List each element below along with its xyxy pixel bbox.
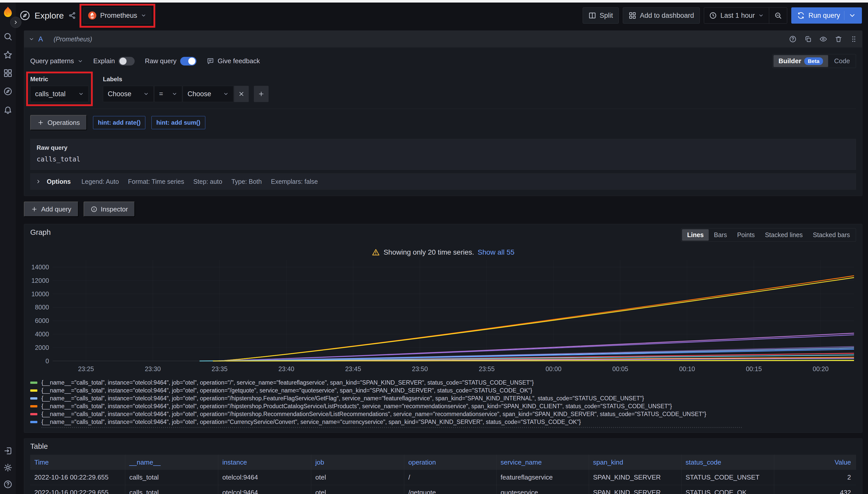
- table-column-header-value[interactable]: Value: [774, 455, 856, 470]
- table-cell: SPAN_KIND_SERVER: [589, 485, 682, 494]
- option-legend: Legend: Auto: [81, 178, 119, 185]
- label-key-select[interactable]: Choose: [103, 86, 154, 102]
- legend-item[interactable]: {__name__="calls_total", instance="otelc…: [30, 387, 856, 395]
- split-button[interactable]: Split: [583, 7, 619, 24]
- chevron-down-icon: [848, 12, 856, 19]
- graph-style-tab-bars[interactable]: Bars: [709, 229, 732, 241]
- legend-item[interactable]: {__name__="calls_total", instance="otelc…: [30, 402, 856, 410]
- table-column-header-time[interactable]: Time: [30, 455, 125, 470]
- metric-select[interactable]: calls_total: [30, 86, 89, 102]
- table-column-header-instance[interactable]: instance: [218, 455, 311, 470]
- plus-icon: [31, 206, 38, 212]
- zoom-out-time-button[interactable]: [769, 7, 787, 23]
- graph-style-tab-stacked-lines[interactable]: Stacked lines: [760, 229, 808, 241]
- trash-icon[interactable]: [835, 35, 842, 43]
- add-query-button[interactable]: Add query: [24, 202, 78, 217]
- main-area: Explore Prometheus Split: [16, 2, 868, 494]
- label-key-placeholder: Choose: [108, 90, 131, 98]
- table-column-header-service-name[interactable]: service_name: [496, 455, 589, 470]
- query-toolbar: Query patterns Explain Raw query Give fe…: [30, 52, 856, 75]
- legend-clipped-row: [41, 427, 743, 430]
- starred-icon[interactable]: [3, 50, 13, 59]
- y-axis-tick-label: 2000: [35, 344, 49, 351]
- metric-field: Metric calls_total: [30, 76, 89, 102]
- builder-mode-tab[interactable]: Builder Beta: [774, 55, 828, 67]
- legend-item[interactable]: {__name__="calls_total", instance="otelc…: [30, 410, 856, 418]
- settings-gear-icon[interactable]: [3, 463, 13, 472]
- give-feedback-link[interactable]: Give feedback: [206, 57, 260, 65]
- table-column-header-status-code[interactable]: status_code: [682, 455, 774, 470]
- prometheus-icon: [88, 11, 96, 20]
- remove-label-filter-button[interactable]: [234, 86, 249, 102]
- table-column-header--name-[interactable]: __name__: [125, 455, 218, 470]
- grafana-logo-icon[interactable]: [2, 6, 14, 17]
- dashboards-icon[interactable]: [3, 69, 13, 78]
- inspector-button[interactable]: Inspector: [84, 202, 135, 217]
- raw-query-preview: Raw query calls_total: [30, 139, 856, 170]
- help-circle-icon[interactable]: [789, 35, 797, 43]
- table-column-header-span-kind[interactable]: span_kind: [589, 455, 682, 470]
- table-cell: featureflagservice: [496, 470, 589, 485]
- window-top-strip: [0, 0, 868, 2]
- query-row-header[interactable]: A (Prometheus): [24, 31, 862, 48]
- label-operator-select[interactable]: =: [154, 86, 182, 102]
- legend-item[interactable]: {__name__="calls_total", instance="otelc…: [30, 418, 856, 426]
- table-column-header-operation[interactable]: operation: [404, 455, 496, 470]
- graph-style-tab-stacked-bars[interactable]: Stacked bars: [808, 229, 855, 241]
- comment-icon: [206, 57, 214, 65]
- graph-style-tab-points[interactable]: Points: [732, 229, 760, 241]
- chevron-right-icon: [13, 20, 19, 25]
- sidebar-expand-button[interactable]: [10, 17, 21, 28]
- copy-icon[interactable]: [804, 35, 812, 43]
- series-limit-warning: Showing only 20 time series. Show all 55: [30, 248, 856, 256]
- help-icon[interactable]: [3, 480, 13, 489]
- chevron-down-icon: [223, 91, 229, 97]
- legend-item[interactable]: {__name__="calls_total", instance="otelc…: [30, 379, 856, 387]
- label-value-placeholder: Choose: [187, 90, 211, 98]
- info-circle-icon: [91, 206, 97, 212]
- hint-add-sum-button[interactable]: hint: add sum(): [151, 116, 205, 129]
- y-axis-tick-label: 14000: [31, 264, 49, 271]
- label-value-select[interactable]: Choose: [183, 86, 234, 102]
- graph-style-tabs: LinesBarsPointsStacked linesStacked bars: [681, 228, 856, 242]
- sign-in-icon[interactable]: [3, 446, 13, 455]
- legend-swatch: [30, 405, 37, 407]
- query-patterns-dropdown[interactable]: Query patterns: [30, 57, 83, 65]
- labels-field: Labels Choose = Choose: [103, 76, 269, 102]
- graph-style-tab-lines[interactable]: Lines: [682, 229, 709, 241]
- clock-icon: [709, 12, 717, 19]
- y-axis-tick-label: 10000: [31, 290, 49, 298]
- series-line: [213, 360, 854, 361]
- options-label: Options: [47, 178, 71, 185]
- metric-value: calls_total: [35, 90, 66, 98]
- chevron-down-icon: [758, 13, 764, 18]
- y-axis-tick-label: 0: [46, 357, 49, 364]
- run-query-button[interactable]: Run query: [791, 7, 862, 24]
- drag-handle-icon[interactable]: [850, 35, 857, 43]
- graph-panel-title: Graph: [30, 228, 51, 236]
- hint-add-rate-button[interactable]: hint: add rate(): [93, 116, 145, 129]
- add-to-dashboard-button[interactable]: Add to dashboard: [623, 7, 700, 24]
- add-label-filter-button[interactable]: [254, 86, 269, 102]
- chevron-down-icon: [141, 13, 146, 18]
- table-cell: otelcol:9464: [218, 470, 311, 485]
- table-column-header-job[interactable]: job: [311, 455, 404, 470]
- operations-button[interactable]: Operations: [30, 115, 87, 130]
- table-cell: otel: [311, 485, 404, 494]
- datasource-picker[interactable]: Prometheus: [83, 7, 151, 24]
- share-icon[interactable]: [68, 12, 76, 19]
- code-mode-tab[interactable]: Code: [829, 55, 855, 67]
- query-actions-row: Add query Inspector: [24, 196, 863, 224]
- options-collapsible[interactable]: Options Legend: Auto Format: Time series…: [30, 173, 856, 190]
- time-range-picker[interactable]: Last 1 hour: [704, 7, 769, 23]
- explain-toggle[interactable]: [119, 57, 135, 65]
- legend-item[interactable]: {__name__="calls_total", instance="otelc…: [30, 395, 856, 402]
- explore-compass-icon[interactable]: [3, 87, 13, 96]
- raw-query-toggle[interactable]: [180, 57, 196, 65]
- give-feedback-label: Give feedback: [218, 57, 260, 65]
- show-all-series-link[interactable]: Show all 55: [478, 248, 514, 256]
- search-icon[interactable]: [3, 32, 13, 41]
- eye-icon[interactable]: [819, 35, 827, 43]
- alerting-bell-icon[interactable]: [3, 105, 13, 114]
- raw-query-toggle-label: Raw query: [145, 57, 176, 65]
